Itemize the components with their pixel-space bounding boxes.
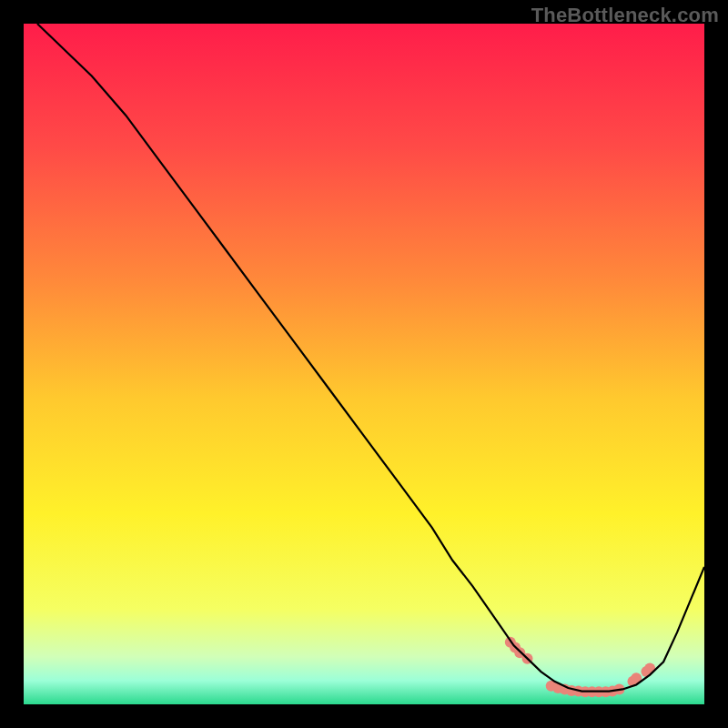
chart-svg	[24, 24, 704, 704]
plot-area	[24, 24, 704, 704]
gradient-background	[24, 24, 704, 704]
chart-frame: TheBottleneck.com	[0, 0, 728, 728]
